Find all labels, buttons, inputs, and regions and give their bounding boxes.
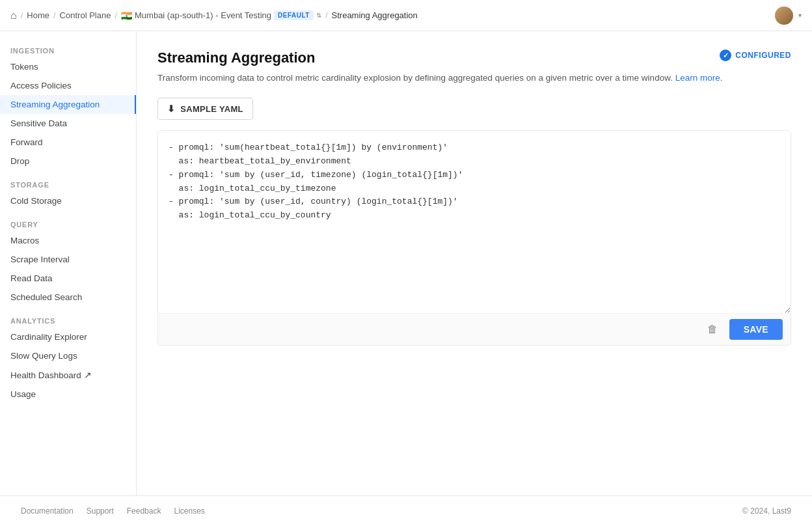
region-selector[interactable]: 🇮🇳 Mumbai (ap-south-1) - Event Testing D… [121, 10, 321, 21]
crumb-current: Streaming Aggregation [332, 10, 418, 20]
sidebar-section-query: QUERY [0, 215, 136, 231]
footer-support-link[interactable]: Support [87, 506, 114, 516]
sidebar-item-cold-storage[interactable]: Cold Storage [0, 191, 136, 210]
sidebar-section-storage: STORAGE [0, 176, 136, 191]
delete-button[interactable]: 🗑 [702, 320, 723, 339]
sidebar-item-scheduled-search[interactable]: Scheduled Search [0, 288, 136, 307]
configured-check-icon: ✓ [720, 49, 731, 61]
crumb-home[interactable]: Home [27, 10, 49, 20]
trash-icon: 🗑 [707, 324, 718, 335]
chevron-updown-icon[interactable]: ⇅ [316, 12, 321, 19]
sidebar-item-forward[interactable]: Forward [0, 133, 136, 152]
learn-more-link[interactable]: Learn more [675, 73, 720, 83]
configured-status: ✓ CONFIGURED [720, 49, 791, 61]
configured-label: CONFIGURED [735, 51, 791, 60]
sidebar-section-analytics: ANALYTICS [0, 312, 136, 327]
sep2: / [53, 10, 56, 20]
sidebar-item-access-policies[interactable]: Access Policies [0, 76, 136, 95]
default-badge: DEFAULT [274, 10, 314, 20]
region-flag: 🇮🇳 [121, 10, 132, 21]
sidebar-item-health-dashboard[interactable]: Health Dashboard ↗ [0, 365, 136, 385]
sidebar-item-streaming-aggregation[interactable]: Streaming Aggregation [0, 95, 136, 114]
sep1: / [21, 10, 23, 20]
home-icon[interactable]: ⌂ [10, 10, 17, 21]
footer-licenses-link[interactable]: Licenses [174, 506, 204, 516]
sidebar-section-ingestion: INGESTION [0, 42, 136, 57]
page-header: Streaming Aggregation ✓ CONFIGURED [157, 49, 791, 66]
topbar: ⌂ / Home / Control Plane / 🇮🇳 Mumbai (ap… [0, 0, 812, 31]
footer-links: Documentation Support Feedback Licenses [21, 506, 205, 516]
topbar-right: ▾ [775, 7, 802, 25]
sidebar-item-slow-query-logs[interactable]: Slow Query Logs [0, 346, 136, 365]
breadcrumb: ⌂ / Home / Control Plane / 🇮🇳 Mumbai (ap… [10, 10, 418, 21]
page-description: Transform incoming data to control metri… [157, 72, 791, 85]
sidebar-item-drop[interactable]: Drop [0, 152, 136, 171]
sep4: / [325, 10, 328, 20]
sidebar: INGESTION Tokens Access Policies Streami… [0, 31, 137, 495]
sep3: / [115, 10, 117, 20]
sidebar-item-cardinality-explorer[interactable]: Cardinality Explorer [0, 327, 136, 346]
save-button[interactable]: SAVE [729, 319, 783, 340]
sidebar-item-macros[interactable]: Macros [0, 231, 136, 250]
crumb-controlplane[interactable]: Control Plane [60, 10, 111, 20]
sidebar-item-tokens[interactable]: Tokens [0, 57, 136, 76]
sample-yaml-button[interactable]: ⬇ SAMPLE YAML [157, 98, 253, 120]
page-title: Streaming Aggregation [157, 49, 315, 66]
footer-copyright: © 2024, Last9 [742, 506, 791, 516]
sidebar-item-scrape-interval[interactable]: Scrape Interval [0, 250, 136, 269]
sidebar-item-read-data[interactable]: Read Data [0, 269, 136, 288]
main-content: Streaming Aggregation ✓ CONFIGURED Trans… [137, 31, 812, 495]
footer-feedback-link[interactable]: Feedback [127, 506, 161, 516]
code-editor[interactable] [158, 131, 791, 313]
footer-documentation-link[interactable]: Documentation [21, 506, 74, 516]
avatar[interactable] [775, 7, 793, 25]
editor-container: 🗑 SAVE [157, 130, 791, 346]
editor-footer: 🗑 SAVE [158, 313, 791, 345]
download-icon: ⬇ [167, 104, 175, 114]
footer: Documentation Support Feedback Licenses … [0, 495, 812, 526]
sidebar-item-usage[interactable]: Usage [0, 385, 136, 404]
user-menu-chevron-icon[interactable]: ▾ [798, 12, 802, 19]
crumb-region[interactable]: Mumbai (ap-south-1) - Event Testing [135, 10, 271, 20]
sidebar-item-sensitive-data[interactable]: Sensitive Data [0, 114, 136, 133]
